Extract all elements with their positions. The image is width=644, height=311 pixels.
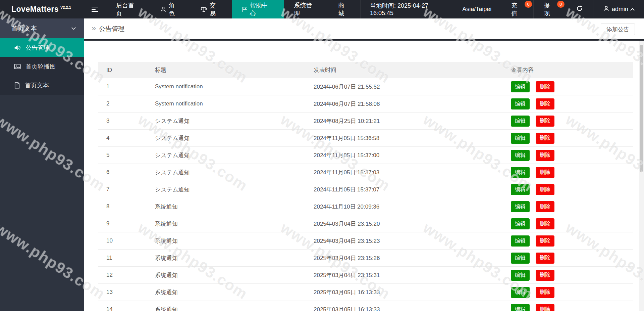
delete-button[interactable]: 删除 [536, 235, 554, 247]
nav-label: 帮助中心 [250, 1, 274, 17]
table-row: 4 システム通知 2024年11月05日 15:36:58 编辑 删除 [98, 130, 633, 147]
local-time: 当地时间: 2025-04-27 16:05:45 Asia/Taipei [360, 0, 501, 18]
menu-bar [92, 7, 98, 8]
delete-button[interactable]: 删除 [536, 270, 554, 281]
main-content: » 公告管理 添加公告 ID 标题 发表时间 查看内容 1 System not… [84, 18, 644, 311]
row-id: 9 [98, 220, 147, 227]
refresh-button[interactable] [566, 0, 593, 18]
edit-button[interactable]: 编辑 [511, 116, 530, 127]
edit-button[interactable]: 编辑 [511, 235, 530, 247]
scrollbar-thumb[interactable] [640, 45, 643, 172]
sidebar-item-announcements[interactable]: 公告管理 [0, 38, 84, 57]
row-time: 2024年11月10日 20:09:36 [306, 203, 503, 211]
sidebar-item-label: 首页文本 [25, 81, 49, 89]
user-menu[interactable]: admin [593, 0, 644, 18]
recharge-button[interactable]: 充值 0 [501, 0, 533, 18]
document-icon [14, 82, 20, 89]
nav-item-help-center[interactable]: 帮助中心 [232, 0, 284, 18]
row-actions: 编辑 删除 [503, 116, 633, 127]
edit-button[interactable]: 编辑 [511, 201, 530, 212]
row-time: 2024年11月05日 15:37:07 [306, 186, 503, 193]
table-row: 6 システム通知 2024年11月05日 15:37:03 编辑 删除 [98, 164, 633, 181]
withdraw-label: 提现 [544, 1, 556, 17]
table-row: 11 系统通知 2025年03月04日 23:15:26 编辑 删除 [98, 250, 633, 267]
row-id: 2 [98, 100, 147, 107]
image-icon [14, 63, 21, 70]
delete-button[interactable]: 删除 [536, 167, 554, 178]
edit-button[interactable]: 编辑 [511, 218, 530, 229]
top-nav: 后台首页 角色 交易 帮助中心 系统管理 [106, 0, 360, 18]
delete-button[interactable]: 删除 [536, 184, 554, 195]
delete-button[interactable]: 删除 [536, 218, 554, 229]
edit-button[interactable]: 编辑 [511, 150, 530, 161]
edit-button[interactable]: 编辑 [511, 304, 530, 311]
row-title: 系统通知 [147, 203, 306, 211]
delete-button[interactable]: 删除 [536, 98, 554, 109]
nav-item-mall[interactable]: 商城 [328, 0, 360, 18]
delete-button[interactable]: 删除 [536, 81, 554, 92]
column-header-id: ID [98, 67, 147, 74]
menu-bar [92, 9, 96, 10]
delete-button[interactable]: 删除 [536, 116, 554, 127]
row-actions: 编辑 删除 [503, 304, 633, 311]
add-announcement-button[interactable]: 添加公告 [601, 23, 635, 35]
logo[interactable]: LoveMatters V2.2.1 [0, 0, 84, 18]
row-id: 13 [98, 289, 147, 296]
row-title: 系统通知 [147, 306, 306, 311]
nav-item-system[interactable]: 系统管理 [284, 0, 328, 18]
sidebar-item-home-carousel[interactable]: 首页轮播图 [0, 57, 84, 76]
row-actions: 编辑 删除 [503, 201, 633, 212]
edit-button[interactable]: 编辑 [511, 270, 530, 281]
nav-label: 交易 [210, 1, 222, 17]
row-id: 11 [98, 255, 147, 261]
row-title: 系统通知 [147, 271, 306, 279]
edit-button[interactable]: 编辑 [511, 184, 530, 195]
sidebar-items: 公告管理 首页轮播图 首页文本 [0, 38, 84, 95]
column-header-view: 查看内容 [503, 66, 633, 74]
edit-button[interactable]: 编辑 [511, 98, 530, 109]
edit-button[interactable]: 编辑 [511, 287, 530, 298]
row-actions: 编辑 删除 [503, 184, 633, 195]
edit-button[interactable]: 编辑 [511, 167, 530, 178]
table-row: 12 系统通知 2025年03月04日 23:15:31 编辑 删除 [98, 267, 633, 284]
row-title: 系统通知 [147, 237, 306, 245]
menu-toggle-icon[interactable] [84, 0, 106, 18]
sidebar-item-home-text[interactable]: 首页文本 [0, 76, 84, 95]
row-id: 14 [98, 306, 147, 311]
table-row: 5 システム通知 2024年11月05日 15:37:00 编辑 删除 [98, 147, 633, 164]
user-icon [160, 6, 166, 12]
nav-item-roles[interactable]: 角色 [150, 0, 191, 18]
sidebar-group-home-text[interactable]: 首页文本 [0, 18, 84, 38]
delete-button[interactable]: 删除 [536, 150, 554, 161]
withdraw-button[interactable]: 提现 0 [533, 0, 566, 18]
delete-button[interactable]: 删除 [536, 304, 554, 311]
sidebar-group-label: 首页文本 [11, 24, 37, 33]
row-time: 2024年11月05日 15:36:58 [306, 134, 503, 142]
column-header-title: 标题 [147, 66, 306, 74]
row-actions: 编辑 删除 [503, 270, 633, 281]
recharge-label: 充值 [511, 1, 523, 17]
chevron-down-icon [71, 26, 76, 30]
edit-button[interactable]: 编辑 [511, 81, 530, 92]
delete-button[interactable]: 删除 [536, 201, 554, 212]
row-actions: 编辑 删除 [503, 98, 633, 109]
table-row: 2 System notification 2024年06月07日 21:58:… [98, 95, 633, 113]
edit-button[interactable]: 编辑 [511, 133, 530, 144]
delete-button[interactable]: 删除 [536, 253, 554, 264]
row-time: 2025年03月04日 23:15:23 [306, 237, 503, 245]
nav-label: 系统管理 [294, 1, 318, 17]
row-id: 3 [98, 118, 147, 124]
speaker-icon [14, 44, 21, 51]
nav-item-trade[interactable]: 交易 [191, 0, 232, 18]
edit-button[interactable]: 编辑 [511, 253, 530, 264]
row-id: 12 [98, 272, 147, 278]
scrollbar[interactable] [639, 41, 644, 311]
row-time: 2025年03月04日 23:15:26 [306, 254, 503, 262]
row-title: システム通知 [147, 117, 306, 125]
row-title: System notification [147, 83, 306, 90]
row-time: 2024年11月05日 15:37:03 [306, 169, 503, 176]
delete-button[interactable]: 删除 [536, 133, 554, 144]
nav-item-dashboard[interactable]: 后台首页 [106, 0, 150, 18]
delete-button[interactable]: 删除 [536, 287, 554, 298]
row-title: System notification [147, 100, 306, 107]
